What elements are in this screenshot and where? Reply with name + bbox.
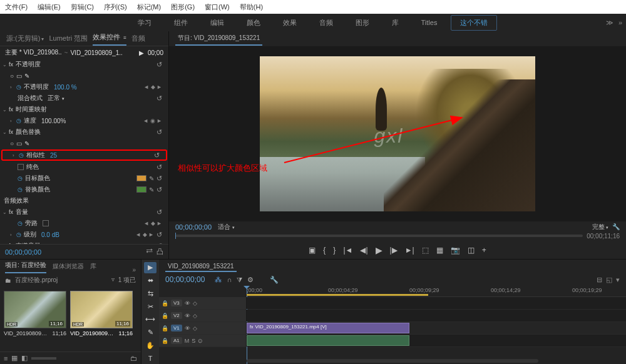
target-color-swatch[interactable] <box>136 175 146 181</box>
reset-icon[interactable]: ↺ <box>156 174 162 183</box>
val-opacity[interactable]: 100.0 % <box>54 84 77 91</box>
stopwatch-icon[interactable]: ◷ <box>16 118 24 124</box>
bin-icon[interactable]: 🖿 <box>5 277 11 284</box>
tl-opt1-icon[interactable]: ⊟ <box>597 276 602 284</box>
ws-custom-active[interactable]: 这个不错 <box>451 15 497 31</box>
reset-icon[interactable]: ↺ <box>156 94 162 103</box>
track-toggle-icon[interactable]: 👁 <box>185 325 190 331</box>
stopwatch-icon[interactable]: ◷ <box>18 220 25 226</box>
tab-library[interactable]: 库 <box>90 262 96 273</box>
tab-project[interactable]: 项目: 百度经验 <box>5 261 46 273</box>
panel-menu-icon[interactable]: 凸 <box>156 247 163 256</box>
track-lane-v3[interactable] <box>247 297 626 309</box>
go-out-icon[interactable]: ►| <box>405 246 414 255</box>
val-speed[interactable]: 100.00% <box>41 118 66 124</box>
tl-opt2-icon[interactable]: ◱ <box>606 276 612 284</box>
stopwatch-icon[interactable]: ◷ <box>16 231 24 238</box>
mark-in-icon[interactable]: { <box>323 246 326 255</box>
prop-opacity[interactable]: 不透明度 <box>24 83 49 91</box>
solid-checkbox[interactable] <box>18 164 24 170</box>
button-editor-icon[interactable]: + <box>482 246 486 255</box>
mark-out-icon[interactable]: } <box>333 246 336 255</box>
menu-clip[interactable]: 剪辑(C) <box>71 3 94 12</box>
menu-sequence[interactable]: 序列(S) <box>104 3 127 12</box>
fx-colorreplace-header[interactable]: 颜色替换 <box>16 128 41 136</box>
val-level[interactable]: 0.0 dB <box>41 231 59 238</box>
freeform-icon[interactable]: ◧ <box>21 354 28 362</box>
track-select-tool-icon[interactable]: ⬌ <box>144 275 156 286</box>
keyframe-nav-icon[interactable]: ◄ ◆ ► <box>135 231 154 238</box>
reset-icon[interactable]: ↺ <box>156 208 162 216</box>
fx-sequence-clip[interactable]: VID_20190809_1.. <box>70 49 122 56</box>
tab-media-browser[interactable]: 媒体浏览器 <box>53 262 84 273</box>
reset-icon[interactable]: ↺ <box>156 61 162 69</box>
menu-graphics[interactable]: 图形(G) <box>171 3 195 12</box>
mask-pen-icon[interactable]: ✎ <box>24 73 29 79</box>
prop-replace-color[interactable]: 替换颜色 <box>25 185 50 194</box>
program-tab[interactable]: 节目: VID_20190809_153221 <box>175 32 262 46</box>
prop-similarity[interactable]: 相似性 <box>26 151 45 159</box>
fx-master-clip[interactable]: 主要 * VID_201908.. <box>5 48 62 57</box>
work-area[interactable] <box>247 294 428 296</box>
track-toggle-icon[interactable]: 👁 <box>185 313 190 319</box>
mute-icon[interactable]: M <box>185 338 190 344</box>
timeline-clip[interactable]: fxVID_20190809_153221.mp4 [V] <box>247 323 409 333</box>
fx-panel-timecode[interactable]: 00;00;00;00 <box>5 248 41 256</box>
keyframe-nav-icon[interactable]: ◄ ◆ ► <box>143 220 162 226</box>
prop-target-color[interactable]: 目标颜色 <box>25 174 50 183</box>
video-preview[interactable]: gxl <box>260 56 535 211</box>
icon-view-icon[interactable]: ▦ <box>11 354 18 362</box>
ws-titles[interactable]: Titles <box>413 16 446 29</box>
val-blend[interactable]: 正常 ▾ <box>48 94 64 103</box>
reset-icon[interactable]: ↺ <box>156 186 162 194</box>
clip-item[interactable]: HDR11;16 VID_20190809_15322111;16 <box>4 291 66 348</box>
selection-tool-icon[interactable]: ▶ <box>144 262 156 273</box>
bypass-checkbox[interactable] <box>43 220 49 226</box>
quality-select[interactable]: 完整 ▾ <box>592 223 609 230</box>
track-toggle-icon[interactable]: 👁 <box>185 300 190 306</box>
reset-icon[interactable]: ↺ <box>156 163 162 171</box>
go-in-icon[interactable]: |◄ <box>343 246 352 255</box>
reset-icon[interactable]: ↺ <box>154 151 160 159</box>
solo-icon[interactable]: S <box>192 338 195 344</box>
stopwatch-icon[interactable]: ◷ <box>16 84 24 90</box>
track-lock-icon[interactable]: 🔒 <box>162 313 168 319</box>
tab-lumetri[interactable]: Lumetri 范围 <box>49 34 88 46</box>
ws-audio[interactable]: 音频 <box>310 16 342 30</box>
extract-icon[interactable]: ▦ <box>436 246 443 255</box>
menu-file[interactable]: 文件(F) <box>5 3 28 12</box>
lift-icon[interactable]: ⬚ <box>422 246 429 255</box>
ws-effects[interactable]: 效果 <box>274 16 305 30</box>
marker-icon[interactable]: ⧩ <box>237 276 242 284</box>
ws-learn[interactable]: 学习 <box>129 16 160 30</box>
track-v1[interactable]: V1 <box>171 325 182 331</box>
prop-speed[interactable]: 速度 <box>24 116 36 125</box>
prop-bypass[interactable]: 旁路 <box>25 219 38 228</box>
track-lane-v2[interactable] <box>247 310 626 321</box>
fx-volume-header[interactable]: 音量 <box>16 208 28 216</box>
thumb-zoom[interactable] <box>31 357 56 360</box>
zoom-fit[interactable]: 适合 ▾ <box>218 223 235 231</box>
fx-play-icon[interactable]: ▶ <box>139 49 144 56</box>
fx-opacity-header[interactable]: 不透明度 <box>16 60 41 69</box>
comparison-icon[interactable]: ◫ <box>468 246 475 255</box>
hand-tool-icon[interactable]: ✋ <box>144 340 156 351</box>
pen-tool-icon[interactable]: ✎ <box>144 327 156 338</box>
program-timecode[interactable]: 00;00;00;00 <box>175 223 212 231</box>
add-marker-icon[interactable]: ▣ <box>309 246 316 255</box>
settings-icon[interactable]: 🔧 <box>612 223 620 230</box>
menu-marker[interactable]: 标记(M) <box>137 3 162 12</box>
track-v2[interactable]: V2 <box>171 312 182 319</box>
track-lane-a1[interactable] <box>247 335 626 346</box>
ripple-tool-icon[interactable]: ⇆ <box>144 288 156 300</box>
menu-help[interactable]: 帮助(H) <box>240 3 263 12</box>
ws-edit[interactable]: 编辑 <box>202 16 233 30</box>
settings-icon[interactable]: ⚙ <box>247 276 254 284</box>
menu-window[interactable]: 窗口(W) <box>205 3 230 12</box>
timeline-audio-clip[interactable] <box>247 335 409 346</box>
toggle-icon[interactable]: ⮂ <box>146 247 153 256</box>
mask-ellipse-icon[interactable]: ○ <box>10 73 14 79</box>
stopwatch-icon[interactable]: ◷ <box>18 175 25 181</box>
ws-overflow-icon[interactable]: ≫ <box>606 19 613 27</box>
stopwatch-icon[interactable]: ◷ <box>19 152 26 158</box>
